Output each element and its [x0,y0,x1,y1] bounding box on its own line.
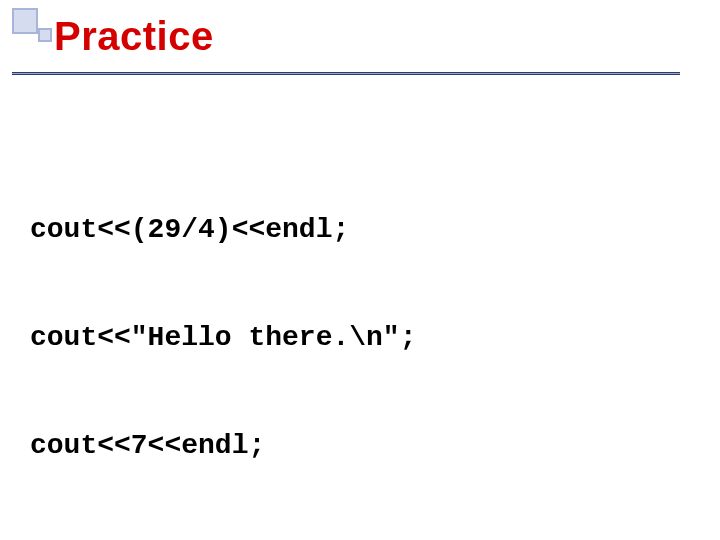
code-line: cout<<7<<endl; [30,428,416,464]
code-line: cout<<"Hello there.\n"; [30,320,416,356]
decor-square-large [12,8,38,34]
code-block: cout<<(29/4)<<endl; cout<<"Hello there.\… [30,140,416,540]
code-line: cout<<(3+5)<<endl; [30,536,416,540]
slide-title: Practice [54,14,214,59]
title-underline [12,72,680,75]
slide: Practice cout<<(29/4)<<endl; cout<<"Hell… [0,0,720,540]
decor-square-small [38,28,52,42]
code-line: cout<<(29/4)<<endl; [30,212,416,248]
